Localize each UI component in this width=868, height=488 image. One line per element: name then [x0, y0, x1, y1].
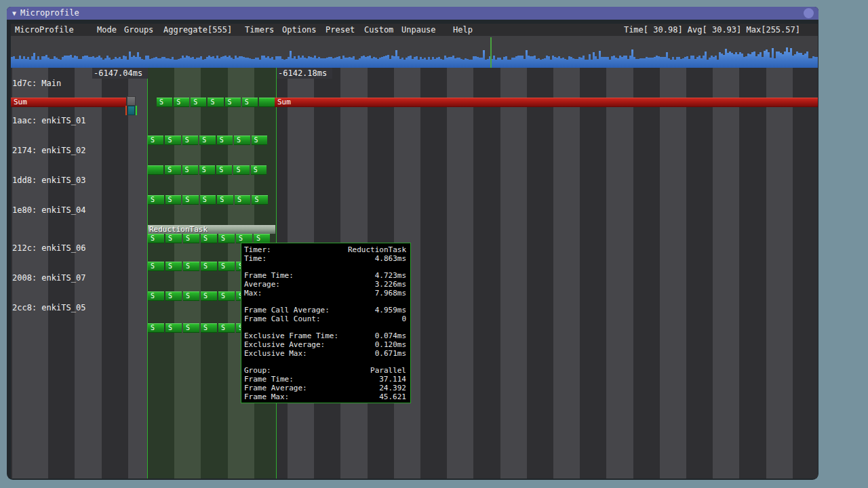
- task-segment[interactable]: S: [236, 234, 252, 243]
- task-segment-label: S: [193, 98, 197, 106]
- tooltip-row-value: 4.959ms: [375, 306, 406, 314]
- task-segment[interactable]: S: [234, 136, 250, 145]
- task-segment[interactable]: S: [157, 98, 172, 107]
- menu-item-aggregate-555-[interactable]: Aggregate[555]: [163, 24, 232, 36]
- title-bar[interactable]: ▼Microprofile: [7, 7, 818, 20]
- task-segment-label: S: [203, 235, 208, 242]
- task-segment[interactable]: S: [217, 136, 233, 145]
- task-segment[interactable]: S: [182, 136, 198, 145]
- task-segment[interactable]: S: [148, 195, 164, 205]
- task-segment[interactable]: S: [165, 262, 182, 271]
- tooltip-row: Frame Call Average:4.959ms: [244, 306, 406, 314]
- pan-handle[interactable]: [127, 96, 136, 106]
- thread-label: 1e80: enkiTS_04: [12, 205, 85, 215]
- task-segment[interactable]: S: [199, 136, 215, 145]
- task-segment-label: S: [203, 196, 207, 203]
- menu-item-mode[interactable]: Mode: [97, 24, 117, 36]
- task-segment[interactable]: S: [182, 165, 198, 175]
- frame-time-graph[interactable]: [11, 36, 818, 68]
- task-segment[interactable]: S: [148, 234, 164, 243]
- tooltip-row-label: Frame Call Count:: [244, 314, 321, 323]
- tooltip-row-value: 3.226ms: [375, 280, 406, 289]
- task-segment[interactable]: S: [183, 291, 199, 301]
- task-segment-label: S: [237, 196, 241, 203]
- task-segment[interactable]: S: [201, 234, 217, 243]
- task-segment[interactable]: S: [218, 291, 235, 301]
- task-segment[interactable]: S: [216, 165, 232, 175]
- task-segment[interactable]: S: [252, 195, 268, 205]
- task-segment[interactable]: S: [191, 98, 206, 107]
- task-segment[interactable]: S: [201, 323, 217, 333]
- tooltip-row-value: Parallel: [370, 366, 406, 375]
- task-segment[interactable]: S: [165, 234, 182, 243]
- task-segment-label: S: [176, 98, 180, 106]
- menu-item-unpause[interactable]: Unpause: [401, 24, 436, 36]
- task-segment[interactable]: [259, 98, 275, 107]
- tooltip-row-label: Frame Average:: [244, 384, 307, 392]
- task-segment-label: S: [210, 98, 214, 106]
- tooltip-row-value: ReductionTask: [348, 245, 406, 254]
- task-segment[interactable]: S: [148, 291, 164, 301]
- window-control-button[interactable]: [804, 8, 814, 18]
- task-segment[interactable]: S: [242, 98, 258, 107]
- sum-timer-bar[interactable]: Sum: [275, 98, 818, 107]
- task-segment[interactable]: S: [208, 98, 223, 107]
- task-segment-label: S: [167, 136, 172, 144]
- tooltip-row: Frame Time:37.114: [244, 375, 406, 384]
- task-segment[interactable]: S: [199, 165, 215, 175]
- task-segment[interactable]: S: [251, 165, 267, 175]
- task-segment-row: SSSSSSS: [148, 195, 268, 205]
- menu-item-options[interactable]: Options: [282, 24, 317, 36]
- menu-bar: Time[ 30.98] Avg[ 30.93] Max[255.57] Mic…: [11, 24, 818, 36]
- task-segment[interactable]: S: [254, 234, 270, 243]
- menu-item-custom[interactable]: Custom: [364, 24, 393, 36]
- task-segment[interactable]: S: [165, 136, 180, 145]
- task-segment[interactable]: S: [165, 195, 182, 205]
- task-segment[interactable]: S: [174, 98, 189, 107]
- task-segment[interactable]: S: [183, 234, 199, 243]
- task-segment[interactable]: S: [148, 323, 164, 333]
- reduction-task-label: ReductionTask: [149, 225, 208, 234]
- task-segment[interactable]: S: [148, 262, 164, 271]
- reduction-task-bar[interactable]: ReductionTask: [148, 225, 275, 234]
- task-segment-label: S: [221, 235, 225, 242]
- task-segment[interactable]: S: [218, 262, 235, 271]
- task-segment[interactable]: S: [165, 323, 182, 333]
- task-segment-label: S: [168, 262, 172, 270]
- tooltip-row-value: 0.671ms: [375, 349, 406, 358]
- task-segment[interactable]: [148, 165, 163, 175]
- menu-item-timers[interactable]: Timers: [245, 24, 274, 36]
- task-segment-label: S: [186, 324, 190, 331]
- frame-marker-line: [490, 37, 492, 68]
- task-segment[interactable]: S: [165, 165, 180, 175]
- menu-item-microprofile[interactable]: MicroProfile: [15, 24, 74, 36]
- menu-item-help[interactable]: Help: [453, 24, 473, 36]
- task-segment[interactable]: S: [235, 195, 251, 205]
- task-segment[interactable]: S: [201, 291, 217, 301]
- task-segment[interactable]: S: [218, 323, 235, 333]
- task-segment-label: S: [186, 292, 190, 300]
- task-segment[interactable]: S: [200, 195, 216, 205]
- timer-tooltip: Timer:ReductionTaskTime:4.863msFrame Tim…: [241, 243, 411, 403]
- task-segment[interactable]: S: [201, 262, 217, 271]
- menu-item-groups[interactable]: Groups: [124, 24, 153, 36]
- task-segment[interactable]: S: [252, 136, 267, 145]
- menu-item-preset[interactable]: Preset: [326, 24, 355, 36]
- task-segment[interactable]: S: [233, 165, 249, 175]
- task-segment[interactable]: S: [217, 195, 233, 205]
- task-segment[interactable]: S: [225, 98, 241, 107]
- task-segment[interactable]: S: [182, 195, 199, 205]
- range-tick-right: [136, 106, 137, 115]
- task-segment[interactable]: S: [165, 291, 182, 301]
- task-segment[interactable]: S: [183, 262, 199, 271]
- tooltip-row: Exclusive Frame Time:0.074ms: [244, 331, 406, 340]
- task-segment[interactable]: S: [183, 323, 199, 333]
- range-handle[interactable]: [127, 106, 135, 115]
- timeline-area[interactable]: Timer:ReductionTaskTime:4.863msFrame Tim…: [11, 68, 818, 479]
- sum-timer-bar[interactable]: Sum: [11, 98, 126, 107]
- task-segment-label: S: [168, 324, 172, 331]
- task-segment[interactable]: S: [218, 234, 235, 243]
- task-segment[interactable]: S: [148, 136, 163, 145]
- tooltip-row: Frame Average:24.392: [244, 384, 406, 392]
- collapse-triangle-icon[interactable]: ▼: [12, 9, 16, 17]
